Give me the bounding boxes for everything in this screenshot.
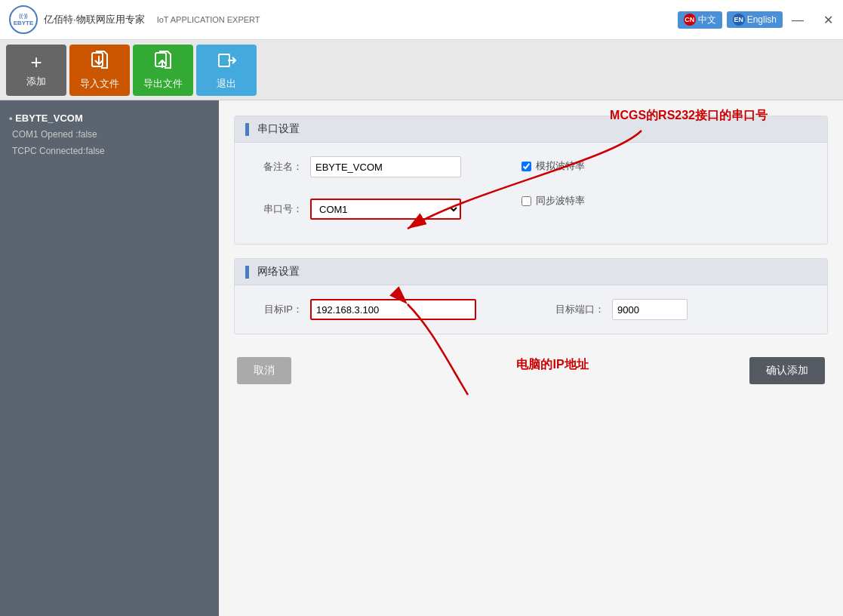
target-port-label: 目标端口： xyxy=(552,303,605,316)
target-ip-label: 目标IP： xyxy=(250,303,303,316)
footer-buttons: 取消 确认添加 xyxy=(234,357,828,384)
simulate-baud-checkbox[interactable] xyxy=(521,162,531,171)
network-settings-panel: 网络设置 目标IP： 目标端口： xyxy=(234,258,828,334)
en-circle: EN xyxy=(733,14,745,26)
serial-left-col: 备注名： 串口号： COM1 COM2 COM3 COM4 xyxy=(250,156,461,230)
lang-en-button[interactable]: EN English xyxy=(727,11,783,28)
quit-label: 退出 xyxy=(217,77,236,91)
quit-button[interactable]: 退出 xyxy=(196,45,257,96)
port-label: 串口号： xyxy=(250,202,303,216)
content-area: MCGS的RS232接口的串口号 串口设置 备注名： xyxy=(219,100,843,616)
add-label: 添加 xyxy=(26,75,46,88)
port-select[interactable]: COM1 COM2 COM3 COM4 xyxy=(310,199,461,220)
simulate-baud-group: 模拟波特率 xyxy=(521,159,585,173)
sidebar: • EBYTE_VCOM COM1 Opened :false TCPC Con… xyxy=(0,100,219,616)
svg-rect-5 xyxy=(155,53,166,66)
add-icon: + xyxy=(30,52,42,72)
svg-rect-3 xyxy=(92,53,103,66)
network-form-row: 目标IP： 目标端口： xyxy=(250,299,812,320)
simulate-baud-row: 模拟波特率 xyxy=(491,159,585,173)
language-buttons: CN 中文 EN English xyxy=(678,11,783,29)
cn-label: 中文 xyxy=(698,14,716,26)
import-label: 导入文件 xyxy=(80,77,119,91)
com-status: COM1 Opened :false xyxy=(9,127,210,143)
export-icon xyxy=(152,50,174,74)
serial-form: 备注名： 串口号： COM1 COM2 COM3 COM4 xyxy=(250,156,812,230)
svg-rect-7 xyxy=(219,54,229,66)
app-subtitle: IoT APPLICATION EXPERT xyxy=(157,15,260,24)
cancel-button[interactable]: 取消 xyxy=(237,357,291,384)
export-label: 导出文件 xyxy=(143,77,183,91)
toolbar: + 添加 导入文件 导出文件 xyxy=(0,40,843,100)
simulate-baud-label: 模拟波特率 xyxy=(536,159,585,173)
alias-input[interactable] xyxy=(310,156,461,177)
main-area: • EBYTE_VCOM COM1 Opened :false TCPC Con… xyxy=(0,100,843,616)
sync-baud-checkbox[interactable] xyxy=(521,196,531,206)
serial-settings-panel: 串口设置 备注名： 串口号： COM1 COM2 xyxy=(234,116,828,245)
ebyte-logo-icon: ((·)) EBYTE xyxy=(9,5,38,34)
logo-text: 亿佰特·物联网应用专家 xyxy=(44,13,145,26)
network-settings-body: 目标IP： 目标端口： xyxy=(235,285,827,334)
export-button[interactable]: 导出文件 xyxy=(133,45,193,96)
network-settings-header: 网络设置 xyxy=(235,259,827,285)
minimize-button[interactable]: — xyxy=(783,0,813,40)
window-controls: — ✕ xyxy=(783,0,843,40)
sync-baud-label: 同步波特率 xyxy=(536,194,585,208)
svg-text:((·)): ((·)) xyxy=(19,13,27,19)
cn-circle: CN xyxy=(684,14,696,26)
tcp-status: TCPC Connected:false xyxy=(9,143,210,160)
alias-row: 备注名： xyxy=(250,156,461,177)
import-button[interactable]: 导入文件 xyxy=(69,45,130,96)
network-settings-title: 网络设置 xyxy=(257,265,300,279)
titlebar: ((·)) EBYTE 亿佰特·物联网应用专家 IoT APPLICATION … xyxy=(0,0,843,40)
device-item: • EBYTE_VCOM COM1 Opened :false TCPC Con… xyxy=(9,109,210,160)
device-name: • EBYTE_VCOM xyxy=(9,109,210,127)
serial-settings-body: 备注名： 串口号： COM1 COM2 COM3 COM4 xyxy=(235,143,827,244)
add-button[interactable]: + 添加 xyxy=(6,45,66,96)
import-icon xyxy=(89,50,110,74)
serial-settings-title: 串口设置 xyxy=(257,122,300,136)
confirm-button[interactable]: 确认添加 xyxy=(749,357,825,384)
serial-right-col: 模拟波特率 同步波特率 xyxy=(491,156,585,218)
en-label: English xyxy=(747,14,777,25)
alias-label: 备注名： xyxy=(250,160,303,174)
sync-baud-row: 同步波特率 xyxy=(491,194,585,208)
quit-icon xyxy=(216,50,237,74)
logo-area: ((·)) EBYTE 亿佰特·物联网应用专家 IoT APPLICATION … xyxy=(9,5,260,34)
target-port-input[interactable] xyxy=(612,299,688,320)
close-button[interactable]: ✕ xyxy=(813,0,843,40)
target-ip-input[interactable] xyxy=(310,299,476,320)
lang-cn-button[interactable]: CN 中文 xyxy=(678,11,722,29)
serial-settings-header: 串口设置 xyxy=(235,116,827,143)
svg-text:EBYTE: EBYTE xyxy=(14,20,34,26)
port-row: 串口号： COM1 COM2 COM3 COM4 xyxy=(250,199,461,220)
sync-baud-group: 同步波特率 xyxy=(521,194,585,208)
